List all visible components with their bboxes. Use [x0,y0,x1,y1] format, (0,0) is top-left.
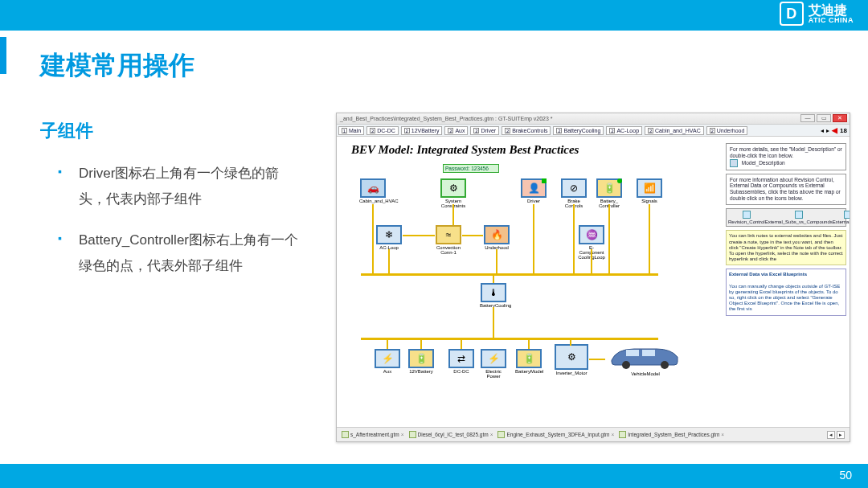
wire [388,249,390,273]
green-arrow-mark [542,178,547,183]
block-cabin[interactable]: 🚗Cabin_and_HVAC [359,178,387,203]
tab-jump-icon[interactable]: ◀ [832,126,837,134]
info-pane: For more details, see the "Model_Descrip… [726,143,846,316]
model-tab[interactable]: 2DC-DC [366,126,399,135]
yellow-note: You can link notes to external websites … [726,230,846,265]
svg-point-0 [622,361,630,369]
model-tab[interactable]: 2Underhood [706,126,748,135]
revision-row: Revision_Control External_Subs_vs_Compou… [726,208,846,228]
password-note: Password: 123456 [443,164,499,173]
brand-en: ATIC CHINA [809,17,854,24]
block-dc-dc[interactable]: ⇄DC-DC [448,349,475,374]
block-driver[interactable]: 👤Driver [520,178,547,203]
slide-title: 建模常用操作 [40,48,194,84]
wire [420,339,422,349]
wire [608,204,610,273]
window-close[interactable]: ✕ [833,114,847,122]
wire [493,307,494,338]
revision-item[interactable]: External_Data [833,211,850,225]
file-tabbar: s_Aftertreatment.gtm× Diesel_6cyl_IC_tes… [337,427,850,441]
block-aux[interactable]: ⚡Aux [374,349,401,374]
footer-strip [0,464,868,488]
file-scroll-right[interactable]: ▸ [837,431,845,439]
wire [452,204,454,225]
block-inverter-motor[interactable]: ⚙Inverter_Motor [554,344,589,375]
window-maximize[interactable]: ▭ [817,114,831,122]
header-strip [0,0,868,31]
info-box-2: For more information about Revision Cont… [726,174,846,205]
wire [591,249,592,273]
wire [573,204,575,273]
svg-point-1 [661,361,669,369]
file-tab[interactable]: Diesel_6cyl_IC_test_0825.gtm× [409,431,493,438]
block-convection[interactable]: ≈Convection Conn-1 [435,225,462,255]
model-tab[interactable]: 1Main [338,126,364,135]
tab-scroll-left[interactable]: ◂ [821,127,824,134]
svg-rect-3 [642,350,655,356]
file-tab[interactable]: Engine_Exhaust_System_3DFEA_Input.gtm× [497,431,614,438]
file-tab[interactable]: Integrated_System_Best_Practices.gtm× [619,431,724,438]
brand-cn: 艾迪捷 [809,4,854,17]
model-description-icon[interactable] [730,159,738,167]
bullet-list: Driver图标右上角有一个绿色的箭头，代表内部子组件 Battery_Cont… [58,161,299,293]
wire [403,235,435,236]
brand-logo: D 艾迪捷 ATIC CHINA [780,2,854,26]
svg-rect-2 [626,350,639,356]
car-icon [605,341,686,370]
wire [372,204,374,273]
green-dot-mark [617,178,622,183]
info-box-1: For more details, see the "Model_Descrip… [726,143,846,170]
page-number: 50 [839,469,852,482]
wire [589,359,605,360]
model-tab[interactable]: 2Aux [444,126,468,135]
revision-item[interactable]: External_Subs_vs_Compounds [765,211,833,225]
bus-line [361,338,658,340]
wire [462,235,483,236]
bullet-item: Driver图标右上角有一个绿色的箭头，代表内部子组件 [58,161,299,213]
bullet-item: Battery_Controller图标右上角有一个绿色的点，代表外部子组件 [58,228,299,280]
wire [533,204,534,273]
wire [528,339,530,349]
wire [570,339,571,346]
file-scroll-left[interactable]: ◂ [827,431,835,439]
bus-line [361,273,658,276]
model-tab[interactable]: 2Cabin_and_HVAC [645,126,704,135]
wire [493,275,494,283]
slide-subtitle: 子组件 [40,119,93,143]
wire [461,339,462,349]
wire [649,204,650,273]
model-tab[interactable]: 2BatteryCooling [553,126,604,135]
app-screenshot: _and_Best_Practices\Integrated_System_Be… [336,113,850,442]
model-tab[interactable]: 212VBattery [401,126,443,135]
revision-item[interactable]: Revision_Control [728,211,765,225]
file-tab[interactable]: s_Aftertreatment.gtm× [342,431,404,438]
block-electric-power[interactable]: ⚡Electric Power [480,349,507,379]
logo-mark: D [780,2,804,26]
model-tab[interactable]: 2BrakeControls [502,126,551,135]
block-battery-cooling[interactable]: 🌡BatteryCooling [480,283,507,308]
window-path: _and_Best_Practices\Integrated_System_Be… [340,116,553,121]
model-tabbar: 1Main 2DC-DC 212VBattery 2Aux 2Driver 2B… [337,125,850,137]
diagram-title: BEV Model: Integrated System Best Practi… [351,143,579,157]
block-ac-loop[interactable]: ❄AC-Loop [375,225,403,250]
window-minimize[interactable]: — [800,114,815,122]
model-tab[interactable]: 2Driver [470,126,499,135]
block-12v-battery[interactable]: 🔋12VBattery [407,349,435,374]
blue-note: External Data via Excel Blueprints You c… [726,269,846,315]
block-vehicle-model[interactable]: VehicleModel [605,341,686,370]
block-signals[interactable]: 📶Signals [636,178,663,203]
block-battery-model[interactable]: 🔋BatteryModel [515,349,542,374]
wire [496,249,497,273]
wire [387,339,388,349]
model-tab[interactable]: 2AC-Loop [606,126,642,135]
tab-scroll-right[interactable]: ▸ [826,127,829,134]
block-underhood[interactable]: 🔥Underhood [483,225,510,250]
model-canvas[interactable]: BEV Model: Integrated System Best Practi… [337,137,850,427]
window-titlebar: _and_Best_Practices\Integrated_System_Be… [337,113,850,125]
accent-block [0,37,6,74]
tab-count: 18 [840,127,847,134]
